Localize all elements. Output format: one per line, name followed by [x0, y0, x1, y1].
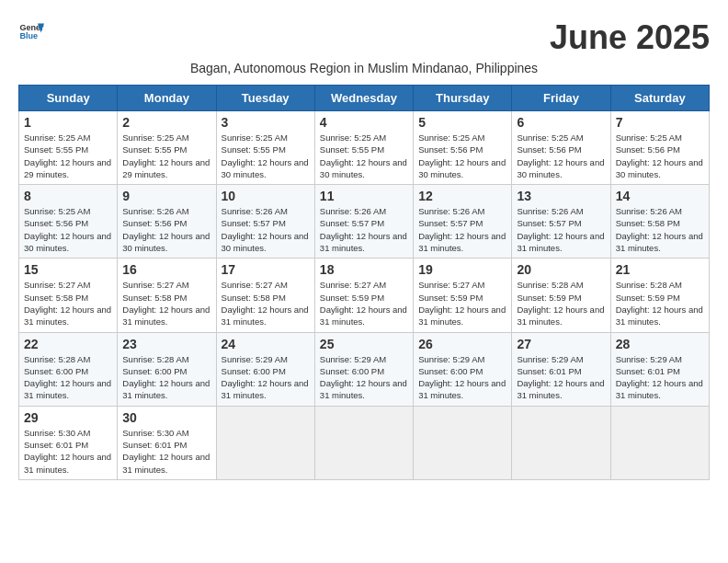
day-number: 24 [222, 337, 310, 351]
day-info: Sunrise: 5:30 AMSunset: 6:01 PMDaylight:… [122, 427, 210, 476]
day-info: Sunrise: 5:26 AMSunset: 5:57 PMDaylight:… [320, 205, 408, 254]
calendar-day: 3Sunrise: 5:25 AMSunset: 5:55 PMDaylight… [216, 111, 314, 185]
calendar-day: 7Sunrise: 5:25 AMSunset: 5:56 PMDaylight… [610, 111, 709, 185]
day-number: 3 [222, 115, 310, 130]
day-number: 19 [418, 262, 506, 277]
day-number: 2 [122, 115, 210, 130]
calendar-day: 28Sunrise: 5:29 AMSunset: 6:01 PMDayligh… [610, 332, 709, 406]
day-of-week-header: Sunday [19, 86, 118, 111]
day-number: 26 [418, 337, 506, 351]
day-number: 20 [517, 262, 605, 277]
day-number: 29 [24, 410, 112, 425]
day-info: Sunrise: 5:25 AMSunset: 5:56 PMDaylight:… [517, 132, 605, 180]
calendar-day: 2Sunrise: 5:25 AMSunset: 5:55 PMDaylight… [118, 111, 216, 185]
day-info: Sunrise: 5:29 AMSunset: 6:00 PMDaylight:… [320, 353, 408, 402]
calendar-day: 26Sunrise: 5:29 AMSunset: 6:00 PMDayligh… [414, 332, 512, 406]
calendar-day: 9Sunrise: 5:26 AMSunset: 5:56 PMDaylight… [118, 185, 216, 259]
day-number: 25 [320, 337, 408, 351]
calendar-subtitle: Bagan, Autonomous Region in Muslim Minda… [18, 61, 710, 75]
calendar-day: 19Sunrise: 5:27 AMSunset: 5:59 PMDayligh… [414, 259, 512, 332]
calendar-day: 18Sunrise: 5:27 AMSunset: 5:59 PMDayligh… [314, 259, 413, 332]
day-info: Sunrise: 5:25 AMSunset: 5:55 PMDaylight:… [320, 132, 408, 180]
day-number: 1 [24, 115, 112, 130]
calendar-day: 24Sunrise: 5:29 AMSunset: 6:00 PMDayligh… [216, 332, 314, 406]
day-number: 17 [222, 262, 310, 277]
calendar-day [414, 406, 512, 479]
day-of-week-header: Tuesday [216, 86, 314, 111]
day-number: 12 [418, 189, 506, 203]
day-of-week-header: Friday [512, 86, 610, 111]
day-number: 23 [122, 337, 210, 351]
day-info: Sunrise: 5:27 AMSunset: 5:58 PMDaylight:… [24, 279, 112, 327]
day-info: Sunrise: 5:27 AMSunset: 5:58 PMDaylight:… [122, 279, 210, 327]
calendar-day: 13Sunrise: 5:26 AMSunset: 5:57 PMDayligh… [512, 185, 610, 259]
calendar-day [314, 406, 413, 479]
day-number: 9 [122, 189, 210, 203]
calendar-day: 17Sunrise: 5:27 AMSunset: 5:58 PMDayligh… [216, 259, 314, 332]
calendar-day: 10Sunrise: 5:26 AMSunset: 5:57 PMDayligh… [216, 185, 314, 259]
day-info: Sunrise: 5:28 AMSunset: 6:00 PMDaylight:… [24, 353, 112, 402]
day-info: Sunrise: 5:29 AMSunset: 6:00 PMDaylight:… [418, 353, 506, 402]
calendar-day: 27Sunrise: 5:29 AMSunset: 6:01 PMDayligh… [512, 332, 610, 406]
day-info: Sunrise: 5:28 AMSunset: 6:00 PMDaylight:… [122, 353, 210, 402]
day-number: 30 [122, 410, 210, 425]
calendar-day [216, 406, 314, 479]
day-info: Sunrise: 5:27 AMSunset: 5:59 PMDaylight:… [418, 279, 506, 327]
day-info: Sunrise: 5:25 AMSunset: 5:55 PMDaylight:… [24, 132, 112, 180]
day-number: 16 [122, 262, 210, 277]
calendar-day: 6Sunrise: 5:25 AMSunset: 5:56 PMDaylight… [512, 111, 610, 185]
calendar-day: 8Sunrise: 5:25 AMSunset: 5:56 PMDaylight… [19, 185, 118, 259]
day-number: 10 [222, 189, 310, 203]
calendar-day: 20Sunrise: 5:28 AMSunset: 5:59 PMDayligh… [512, 259, 610, 332]
calendar-day: 22Sunrise: 5:28 AMSunset: 6:00 PMDayligh… [19, 332, 118, 406]
day-number: 11 [320, 189, 408, 203]
day-info: Sunrise: 5:25 AMSunset: 5:55 PMDaylight:… [222, 132, 310, 180]
day-info: Sunrise: 5:26 AMSunset: 5:57 PMDaylight:… [517, 205, 605, 254]
day-number: 27 [517, 337, 605, 351]
month-title: June 2025 [550, 18, 710, 57]
day-info: Sunrise: 5:26 AMSunset: 5:57 PMDaylight:… [222, 205, 310, 254]
day-number: 22 [24, 337, 112, 351]
day-number: 6 [517, 115, 605, 130]
day-of-week-header: Thursday [414, 86, 512, 111]
day-number: 13 [517, 189, 605, 203]
day-info: Sunrise: 5:28 AMSunset: 5:59 PMDaylight:… [517, 279, 605, 327]
day-info: Sunrise: 5:27 AMSunset: 5:58 PMDaylight:… [222, 279, 310, 327]
calendar-day: 15Sunrise: 5:27 AMSunset: 5:58 PMDayligh… [19, 259, 118, 332]
day-of-week-header: Wednesday [314, 86, 413, 111]
day-number: 5 [418, 115, 506, 130]
day-info: Sunrise: 5:29 AMSunset: 6:01 PMDaylight:… [616, 353, 704, 402]
calendar-day: 5Sunrise: 5:25 AMSunset: 5:56 PMDaylight… [414, 111, 512, 185]
day-number: 7 [616, 115, 704, 130]
calendar-day: 23Sunrise: 5:28 AMSunset: 6:00 PMDayligh… [118, 332, 216, 406]
day-number: 14 [616, 189, 704, 203]
day-info: Sunrise: 5:29 AMSunset: 6:00 PMDaylight:… [222, 353, 310, 402]
calendar-day: 16Sunrise: 5:27 AMSunset: 5:58 PMDayligh… [118, 259, 216, 332]
day-info: Sunrise: 5:26 AMSunset: 5:58 PMDaylight:… [616, 205, 704, 254]
calendar-day: 11Sunrise: 5:26 AMSunset: 5:57 PMDayligh… [314, 185, 413, 259]
calendar-day: 30Sunrise: 5:30 AMSunset: 6:01 PMDayligh… [118, 406, 216, 479]
day-number: 15 [24, 262, 112, 277]
day-info: Sunrise: 5:25 AMSunset: 5:56 PMDaylight:… [418, 132, 506, 180]
day-number: 21 [616, 262, 704, 277]
calendar-day: 25Sunrise: 5:29 AMSunset: 6:00 PMDayligh… [314, 332, 413, 406]
day-number: 8 [24, 189, 112, 203]
day-info: Sunrise: 5:29 AMSunset: 6:01 PMDaylight:… [517, 353, 605, 402]
day-number: 18 [320, 262, 408, 277]
day-number: 28 [616, 337, 704, 351]
day-info: Sunrise: 5:27 AMSunset: 5:59 PMDaylight:… [320, 279, 408, 327]
day-number: 4 [320, 115, 408, 130]
calendar-day [512, 406, 610, 479]
day-info: Sunrise: 5:26 AMSunset: 5:56 PMDaylight:… [122, 205, 210, 254]
svg-text:Blue: Blue [19, 31, 38, 40]
calendar-day: 14Sunrise: 5:26 AMSunset: 5:58 PMDayligh… [610, 185, 709, 259]
day-info: Sunrise: 5:25 AMSunset: 5:55 PMDaylight:… [122, 132, 210, 180]
logo: General Blue [18, 18, 44, 44]
day-info: Sunrise: 5:30 AMSunset: 6:01 PMDaylight:… [24, 427, 112, 476]
day-of-week-header: Monday [118, 86, 216, 111]
day-of-week-header: Saturday [610, 86, 709, 111]
calendar-day: 12Sunrise: 5:26 AMSunset: 5:57 PMDayligh… [414, 185, 512, 259]
calendar-day: 29Sunrise: 5:30 AMSunset: 6:01 PMDayligh… [19, 406, 118, 479]
day-info: Sunrise: 5:25 AMSunset: 5:56 PMDaylight:… [616, 132, 704, 180]
day-info: Sunrise: 5:25 AMSunset: 5:56 PMDaylight:… [24, 205, 112, 254]
